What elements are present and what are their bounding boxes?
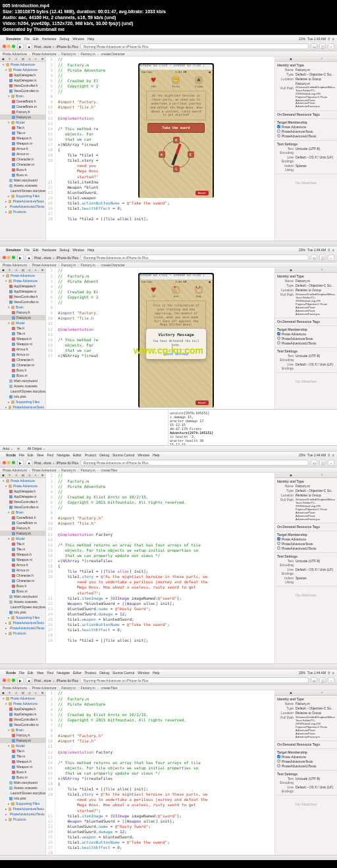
navigator-tabs[interactable]: ▣⚲⚠▤◷⎋⊞ (0, 57, 45, 62)
console-output[interactable]: venture[2970:105151] s damage 15, aracte… (168, 410, 337, 445)
compass-north-button[interactable]: N (173, 137, 180, 143)
source-editor[interactable]: 1// 2// Factory.m 3// Pirate Advent 4// … (46, 268, 274, 409)
source-editor[interactable]: 1// 2// Factory.m 3// Pirate Adventure 4… (46, 473, 274, 663)
nav-file[interactable]: AppDelegate.h (0, 72, 45, 78)
target-checkbox[interactable] (277, 130, 280, 133)
stop-button[interactable]: ■ (26, 460, 32, 466)
jump-file[interactable]: Factory.m (61, 52, 76, 56)
jump-group[interactable]: Pirate Adventure (32, 52, 57, 56)
menubar-debug[interactable]: Debug (59, 37, 69, 41)
nav-file[interactable]: Boss.m (0, 172, 45, 178)
variables-view[interactable] (0, 410, 168, 445)
target-checkbox[interactable] (277, 125, 280, 128)
simulator-screen[interactable]: Carrier1:44 AM■ ♥12 🪓Axe 🐕Dog This is th… (140, 279, 213, 408)
search-icon[interactable]: ⚲ (328, 37, 330, 41)
jump-project[interactable]: Pirate Adventure (3, 52, 27, 56)
window-traffic-lights[interactable] (3, 45, 15, 48)
nav-group-products[interactable]: ▸Products (0, 209, 45, 214)
nav-file[interactable]: Boss.h (0, 167, 45, 172)
menubar-help[interactable]: Help (88, 37, 94, 41)
nav-project-root[interactable]: ▾Pirate Adventure (0, 62, 45, 67)
nav-file[interactable]: Weapon.m (0, 141, 45, 146)
nav-group-tests[interactable]: ▸PirateAdventureTests (0, 199, 45, 204)
utilities-inspector[interactable]: ▣? Identity and Type NameFactory.m TypeD… (274, 57, 337, 241)
debug-clear-icon[interactable]: ⊘ (17, 446, 20, 450)
nav-file[interactable]: ViewController.h (0, 83, 45, 88)
menubar-window[interactable]: Window (72, 37, 84, 41)
inspector-tabs[interactable]: ▣? (275, 57, 337, 62)
menubar-app-name[interactable]: Simulator (6, 37, 21, 41)
run-button[interactable]: ▶ (17, 254, 24, 260)
nav-file[interactable]: GameBrain.m (0, 104, 45, 109)
nav-file[interactable]: Assets.xcassets (0, 183, 45, 188)
nav-file[interactable]: GameBrain.h (0, 99, 45, 104)
macos-menubar[interactable]: Xcode File Edit View Find Navigate Edito… (0, 452, 337, 458)
menubar-app-name[interactable]: Simulator (6, 248, 21, 252)
sim-action-button[interactable]: Take the sword (147, 123, 205, 133)
jump-bar[interactable]: Pirate Adventure› Pirate Adventure› Fact… (0, 51, 337, 57)
nav-file[interactable]: ViewController.m (0, 88, 45, 93)
compass-south-button[interactable]: S (173, 166, 180, 172)
nav-group-app[interactable]: ▾Pirate Adventure (0, 67, 45, 72)
nav-file[interactable]: Armor.h (0, 146, 45, 151)
nav-file[interactable]: Tile.h (0, 125, 45, 130)
stop-button[interactable]: ■ (26, 43, 32, 49)
macos-menubar[interactable]: Simulator File Edit Hardware Debug Windo… (0, 247, 337, 253)
nav-file[interactable]: Main.storyboard (0, 178, 45, 183)
run-button[interactable]: ▶ (17, 43, 24, 49)
nav-file[interactable]: Character.m (0, 162, 45, 167)
nav-file[interactable]: AppDelegate.m (0, 78, 45, 83)
stop-button[interactable]: ■ (26, 677, 32, 683)
debug-area[interactable]: venture[2970:105151] s damage 15, aracte… (0, 409, 337, 445)
scheme-selector[interactable]: Pirat...nture (34, 45, 51, 49)
video-metadata-header: 005 Introduction.mp4 Size: 13010875 byte… (0, 0, 337, 35)
simulator-screen[interactable]: Carrier1:43 AM■ ♥109 ✊Fists ▲Cloak As th… (140, 70, 213, 198)
nav-group-brain[interactable]: ▾Brain (0, 93, 45, 99)
main-split: ▣⚲⚠▤◷⎋⊞ ▾Pirate Adventure ▾Pirate Advent… (0, 57, 337, 241)
alert-body: You have defeated the evil boss. (149, 339, 203, 347)
nav-file[interactable]: Character.h (0, 157, 45, 162)
nav-file[interactable]: Armor.m (0, 151, 45, 157)
utilities-inspector[interactable]: ▣? Identity and Type NameFactory.m TypeD… (274, 268, 337, 409)
source-editor[interactable]: 1// 2// Factory.m 3// Pirate Adventure 4… (46, 57, 274, 241)
project-navigator[interactable]: ▣⚲⚠▤◷⎋⊞ ▾Pirate Adventure ▾Pirate Advent… (0, 268, 46, 409)
jump-file2[interactable]: Factory.m (81, 52, 95, 56)
debug-auto-selector[interactable]: Auto ⌄ (3, 446, 13, 450)
battery-pct: 21% (299, 37, 305, 41)
compass-east-button[interactable]: E (188, 151, 194, 158)
nav-file[interactable]: Weapon.h (0, 135, 45, 141)
alert-dismiss-button[interactable]: Death Message (149, 349, 203, 356)
nav-group-uitests[interactable]: ▸PirateAdventureUITests (0, 204, 45, 209)
stop-button[interactable]: ■ (26, 254, 32, 260)
target-checkbox[interactable] (277, 134, 280, 137)
run-button[interactable]: ▶ (17, 460, 24, 466)
menubar-edit[interactable]: Edit (33, 37, 39, 41)
jump-symbol[interactable]: -createCharacter (100, 52, 125, 56)
ios-simulator-window[interactable]: iPhone 6s Plus – iPhone 6s Plus / i... C… (138, 273, 214, 408)
nav-file[interactable]: Tile.m (0, 130, 45, 135)
project-navigator[interactable]: ▣⚲⚠▤◷⎋⊞ ▾Pirate Adventure ▾Pirate Advent… (0, 690, 46, 855)
assistant-editor-button[interactable]: ◫ (319, 43, 326, 49)
ios-simulator-window[interactable]: iPhone 6s Plus – iPhone 6s Plus / i... C… (138, 63, 214, 198)
sim-reset-button[interactable]: Reset (195, 191, 209, 195)
macos-menubar[interactable]: Simulator File Edit Hardware Debug Windo… (0, 36, 337, 42)
compass-west-button[interactable]: W (159, 151, 165, 158)
nav-group-model[interactable]: ▾Model (0, 120, 45, 125)
sim-reset-button[interactable]: Reset (195, 400, 209, 405)
project-navigator[interactable]: ▣⚲⚠▤◷⎋⊞ ▾Pirate Adventure ▾Pirate Advent… (0, 473, 46, 663)
debug-output-selector[interactable]: All Output ⌄ (28, 446, 45, 450)
source-editor[interactable]: 1// 2// Factory.m 3// Pirate Adventure 4… (46, 690, 274, 855)
nav-file[interactable]: LaunchScreen.storyboard (0, 188, 45, 193)
project-navigator[interactable]: ▣⚲⚠▤◷⎋⊞ ▾Pirate Adventure ▾Pirate Advent… (0, 57, 46, 241)
nav-file-selected[interactable]: Factory.m (0, 114, 45, 120)
version-editor-button[interactable]: ↔ (328, 43, 334, 49)
menubar-file[interactable]: File (24, 37, 30, 41)
jump-bar[interactable]: Pirate Adventure› Pirate Adventure› Fact… (0, 262, 337, 268)
menubar-hardware[interactable]: Hardware (42, 37, 57, 41)
nav-file[interactable]: Factory.h (0, 109, 45, 114)
nav-group-supporting[interactable]: ▸Supporting Files (0, 193, 45, 199)
notifications-icon[interactable]: ≡ (332, 37, 334, 41)
run-button[interactable]: ▶ (17, 677, 24, 683)
standard-editor-button[interactable]: ▭ (311, 43, 317, 49)
device-selector[interactable]: iPhone 6s Plus (57, 45, 78, 49)
